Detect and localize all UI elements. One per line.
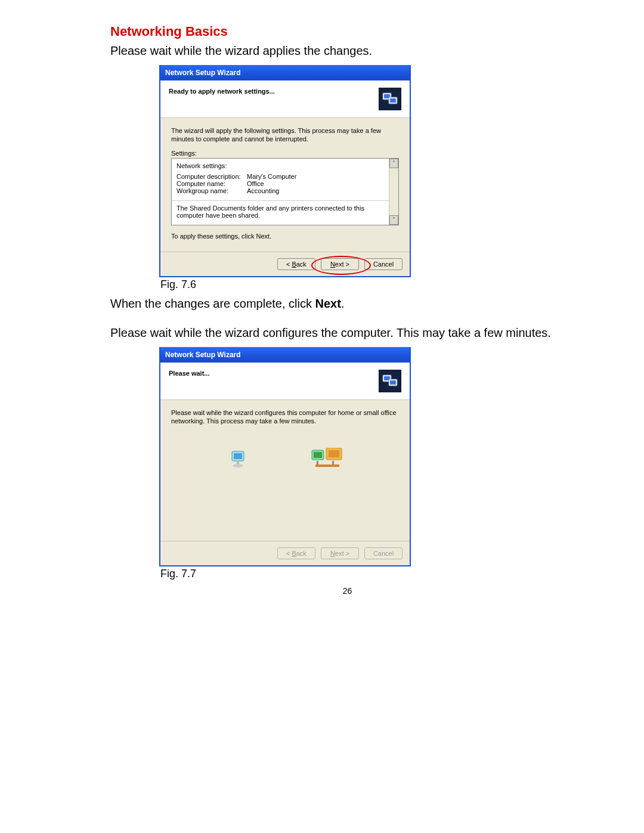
cancel-button[interactable]: Cancel (364, 258, 402, 270)
next-button[interactable]: Next > (321, 258, 359, 270)
network-icon (379, 88, 401, 110)
back-button[interactable]: < Back (277, 258, 315, 270)
next-button: Next > (321, 547, 359, 559)
network-group-icon (311, 448, 340, 468)
wizard-body: The wizard will apply the following sett… (160, 118, 410, 252)
intro-text: The wizard will apply the following sett… (171, 126, 399, 144)
row-label: Workgroup name: (177, 187, 247, 194)
cancel-button: Cancel (364, 547, 402, 559)
row-value: Mary's Computer (247, 173, 296, 180)
settings-label: Settings: (171, 150, 399, 157)
wizard-fig-7-6: Network Setup Wizard Ready to apply netw… (159, 65, 411, 277)
wizard-titlebar: Network Setup Wizard (160, 65, 410, 80)
paragraph-3: Please wait while the wizard configures … (110, 325, 584, 341)
svg-rect-3 (390, 98, 396, 103)
svg-rect-16 (315, 465, 339, 467)
settings-heading: Network settings: (177, 162, 394, 169)
svg-rect-11 (237, 461, 239, 464)
paragraph-1: Please wait while the wizard applies the… (110, 43, 584, 59)
table-row: Workgroup name: Accounting (177, 187, 394, 194)
scroll-up-icon[interactable]: ˄ (389, 159, 398, 168)
scroll-down-icon[interactable]: ˅ (389, 215, 398, 225)
section-title: Networking Basics (110, 24, 584, 39)
row-label: Computer name: (177, 180, 247, 187)
wizard-header: Please wait... (160, 363, 410, 400)
paragraph-2: When the changes are complete, click Nex… (110, 296, 584, 312)
shared-text: The Shared Documents folder and any prin… (177, 205, 394, 219)
network-icon (379, 370, 401, 392)
apply-instruction: To apply these settings, click Next. (171, 233, 399, 240)
page-number: 26 (110, 586, 584, 596)
settings-box: Network settings: Computer description: … (171, 158, 399, 225)
p2-suffix: . (341, 297, 345, 310)
row-value: Office (247, 180, 264, 187)
figure-caption-7-6: Fig. 7.6 (160, 278, 584, 291)
back-button: < Back (277, 547, 315, 559)
wizard-header: Ready to apply network settings... (160, 80, 410, 118)
wizard-header-title: Ready to apply network settings... (169, 88, 275, 95)
table-row: Computer name: Office (177, 180, 394, 187)
svg-rect-9 (234, 453, 242, 459)
p2-prefix: When the changes are complete, click (110, 297, 315, 310)
button-row: < Back Next > Cancel (160, 541, 410, 565)
wait-text: Please wait while the wizard configures … (171, 408, 399, 426)
scrollbar[interactable]: ˄ ˅ (389, 159, 398, 225)
svg-rect-17 (317, 461, 318, 465)
progress-graphic (171, 431, 399, 488)
table-row: Computer description: Mary's Computer (177, 173, 394, 180)
button-row: < Back Next > Cancel (160, 252, 410, 276)
p2-bold: Next (315, 297, 341, 310)
wizard-header-title: Please wait... (169, 370, 209, 377)
wizard-body: Please wait while the wizard configures … (160, 400, 410, 541)
svg-point-10 (233, 464, 243, 467)
row-value: Accounting (247, 187, 279, 194)
wizard-titlebar: Network Setup Wizard (160, 347, 410, 363)
wizard-fig-7-7: Network Setup Wizard Please wait... Plea… (159, 347, 411, 566)
svg-rect-13 (314, 452, 322, 458)
row-label: Computer description: (177, 173, 247, 180)
computer-icon (230, 450, 245, 466)
svg-rect-15 (329, 450, 339, 457)
separator (172, 200, 398, 201)
figure-caption-7-7: Fig. 7.7 (160, 568, 584, 580)
svg-rect-18 (332, 461, 334, 465)
svg-rect-7 (390, 380, 396, 385)
